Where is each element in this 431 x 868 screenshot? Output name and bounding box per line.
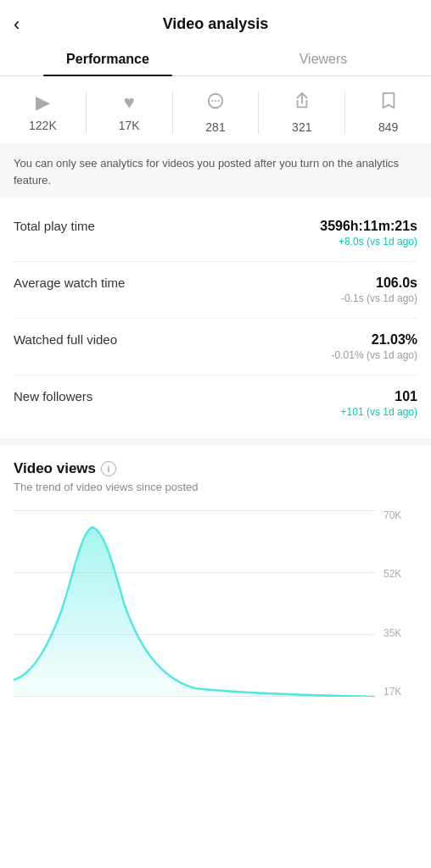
stat-plays: ▶ 122K: [0, 92, 87, 134]
video-views-section: Video views i The trend of video views s…: [0, 445, 431, 697]
metric-total-play-time-main: 3596h:11m:21s: [320, 219, 417, 234]
info-banner: You can only see analytics for videos yo…: [0, 145, 431, 198]
video-views-title: Video views: [14, 460, 96, 477]
metric-watched-full: Watched full video 21.03% -0.01% (vs 1d …: [14, 319, 417, 376]
metric-watched-full-main: 21.03%: [332, 332, 417, 348]
metric-avg-watch-time-label: Average watch time: [14, 275, 341, 290]
stat-comments-value: 281: [205, 120, 225, 134]
metric-avg-watch-time-values: 106.0s -0.1s (vs 1d ago): [341, 275, 417, 304]
chart-svg: [14, 510, 375, 697]
stat-plays-value: 122K: [29, 119, 57, 132]
info-icon[interactable]: i: [101, 461, 116, 476]
chart-label-17k: 17K: [383, 687, 417, 697]
chart-label-52k: 52K: [383, 569, 417, 579]
metric-avg-watch-time-main: 106.0s: [341, 275, 417, 291]
metric-avg-watch-time-sub: -0.1s (vs 1d ago): [341, 292, 417, 304]
play-icon: ▶: [36, 92, 50, 114]
metrics-section: Total play time 3596h:11m:21s +8.0s (vs …: [0, 198, 431, 445]
svg-point-3: [218, 100, 220, 102]
metric-new-followers-sub: +101 (vs 1d ago): [341, 406, 417, 418]
share-icon: [293, 92, 311, 115]
metric-watched-full-values: 21.03% -0.01% (vs 1d ago): [332, 332, 417, 361]
metric-new-followers-label: New followers: [14, 389, 341, 403]
svg-point-1: [211, 100, 213, 102]
stat-saves: 849: [345, 92, 431, 134]
video-views-chart: 70K 52K 35K 17K: [14, 510, 417, 697]
tab-viewers[interactable]: Viewers: [216, 42, 431, 75]
page-title: Video analysis: [163, 15, 269, 33]
metric-avg-watch-time: Average watch time 106.0s -0.1s (vs 1d a…: [14, 262, 417, 319]
metric-total-play-time-label: Total play time: [14, 219, 320, 233]
stat-likes: ♥ 17K: [87, 92, 173, 134]
stat-likes-value: 17K: [119, 119, 140, 132]
tab-performance[interactable]: Performance: [0, 42, 216, 75]
stat-saves-value: 849: [378, 120, 398, 134]
chart-label-70k: 70K: [383, 510, 417, 520]
comment-icon: [206, 92, 225, 115]
metric-total-play-time-values: 3596h:11m:21s +8.0s (vs 1d ago): [320, 219, 417, 248]
metric-watched-full-label: Watched full video: [14, 332, 332, 347]
heart-icon: ♥: [124, 92, 135, 114]
stats-row: ▶ 122K ♥ 17K 281 321: [0, 76, 431, 145]
chart-label-35k: 35K: [383, 628, 417, 638]
video-views-subtitle: The trend of video views since posted: [14, 481, 417, 493]
metric-new-followers: New followers 101 +101 (vs 1d ago): [14, 376, 417, 431]
metric-total-play-time-sub: +8.0s (vs 1d ago): [320, 236, 417, 248]
svg-point-2: [215, 100, 216, 102]
metric-new-followers-values: 101 +101 (vs 1d ago): [341, 389, 417, 418]
metric-new-followers-main: 101: [341, 389, 417, 404]
stat-comments: 281: [173, 92, 260, 134]
video-views-header: Video views i: [14, 460, 417, 477]
chart-y-labels: 70K 52K 35K 17K: [380, 510, 417, 697]
header: ‹ Video analysis: [0, 0, 431, 42]
metric-watched-full-sub: -0.01% (vs 1d ago): [332, 349, 417, 361]
tabs-bar: Performance Viewers: [0, 42, 431, 76]
stat-shares-value: 321: [292, 120, 311, 134]
back-button[interactable]: ‹: [14, 15, 20, 34]
stat-shares: 321: [259, 92, 345, 134]
bookmark-icon: [380, 92, 397, 115]
metric-total-play-time: Total play time 3596h:11m:21s +8.0s (vs …: [14, 205, 417, 262]
